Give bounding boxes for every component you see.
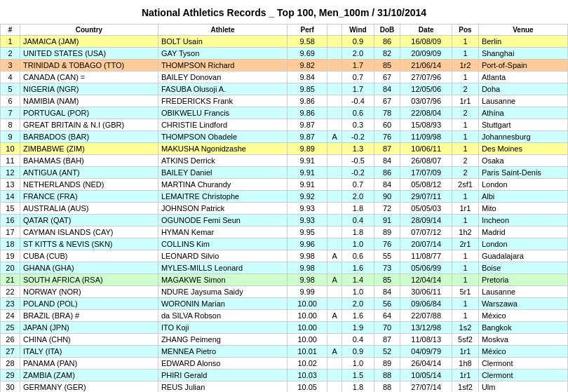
- table-row: 29ZAMBIA (ZAM)PHIRI Gerald10.031.58810/0…: [1, 370, 568, 381]
- table-cell: [327, 370, 342, 381]
- table-cell: BAHAMAS (BAH): [20, 155, 158, 167]
- table-cell: 21/06/14: [400, 60, 452, 72]
- table-cell: 64: [374, 310, 400, 322]
- table-cell: Lausanne: [478, 95, 567, 107]
- table-cell: 20/09/09: [400, 48, 452, 60]
- table-cell: 2.0: [342, 191, 374, 203]
- table-cell: 67: [374, 95, 400, 107]
- table-cell: 1.4: [342, 274, 374, 286]
- table-cell: 9.96: [288, 238, 327, 250]
- table-cell: 86: [374, 167, 400, 179]
- table-cell: 2: [452, 107, 479, 119]
- table-cell: 26: [1, 334, 20, 346]
- table-row: 7PORTUGAL (POR)OBIKWELU Francis9.860.678…: [1, 107, 568, 119]
- table-row: 18ST KITTS & NEVIS (SKN)COLLINS Kim9.961…: [1, 238, 568, 250]
- table-cell: THOMPSON Obadele: [158, 131, 287, 143]
- table-cell: 52: [374, 346, 400, 358]
- table-cell: 1.0: [342, 358, 374, 370]
- table-cell: 9.91: [288, 167, 327, 179]
- table-cell: AUSTRALIA (AUS): [20, 203, 158, 215]
- table-cell: 9.99: [288, 286, 327, 298]
- table-cell: [327, 298, 342, 310]
- table-cell: Athína: [478, 107, 567, 119]
- table-cell: 1.6: [342, 262, 374, 274]
- table-cell: 13: [1, 179, 20, 191]
- table-row: 4CANADA (CAN) =BAILEY Donovan9.840.76727…: [1, 72, 568, 83]
- table-row: 16QATAR (QAT)OGUNODE Femi Seun9.930.4912…: [1, 215, 568, 227]
- table-cell: Stuttgart: [478, 119, 567, 131]
- table-cell: 1s2: [452, 322, 479, 334]
- table-cell: MAKUSHA Ngonidzashe: [158, 143, 287, 155]
- table-cell: LEMAITRE Christophe: [158, 191, 287, 203]
- table-cell: 84: [374, 179, 400, 191]
- table-cell: 87: [374, 334, 400, 346]
- table-cell: 1.5: [342, 370, 374, 381]
- table-cell: 9.93: [288, 203, 327, 215]
- table-cell: 11/08/77: [400, 250, 452, 262]
- table-cell: REUS Julian: [158, 381, 287, 393]
- table-cell: NETHERLANDS (NED): [20, 179, 158, 191]
- table-cell: 82: [374, 48, 400, 60]
- table-cell: PANAMA (PAN): [20, 358, 158, 370]
- table-cell: 90: [374, 191, 400, 203]
- table-cell: 1: [452, 215, 479, 227]
- table-row: 27ITALY (ITA)MENNEA Pietro10.01A0.95204/…: [1, 346, 568, 358]
- table-cell: BOLT Usain: [158, 36, 287, 48]
- table-cell: Warszawa: [478, 298, 567, 310]
- table-cell: 20: [1, 262, 20, 274]
- header-dob: DoB: [374, 25, 400, 36]
- table-cell: Bangkok: [478, 322, 567, 334]
- page-title: National Athletics Records _ Top 100, Me…: [0, 0, 568, 24]
- table-cell: 67: [374, 72, 400, 83]
- table-cell: 9.87: [288, 131, 327, 143]
- table-cell: 1.8: [342, 381, 374, 393]
- table-cell: 1h8: [452, 358, 479, 370]
- table-cell: CAYMAN ISLANDS (CAY): [20, 227, 158, 238]
- table-cell: UNITED STATES (USA): [20, 48, 158, 60]
- table-cell: [327, 203, 342, 215]
- table-cell: 23: [1, 298, 20, 310]
- table-cell: 10.03: [288, 370, 327, 381]
- table-cell: JAPAN (JPN): [20, 322, 158, 334]
- table-cell: 14: [1, 191, 20, 203]
- table-row: 30GERMANY (GER)REUS Julian10.051.88827/0…: [1, 381, 568, 393]
- records-table: # Country Athlete Perf Wind DoB Date Pos…: [0, 24, 568, 392]
- table-cell: 0.7: [342, 179, 374, 191]
- table-cell: WORONIN Marian: [158, 298, 287, 310]
- table-cell: BARBADOS (BAR): [20, 131, 158, 143]
- table-cell: 11: [1, 155, 20, 167]
- table-cell: A: [327, 274, 342, 286]
- table-cell: 1: [452, 36, 479, 48]
- table-cell: GREAT BRITAIN & N.I (GBR): [20, 119, 158, 131]
- table-cell: ATKINS Derrick: [158, 155, 287, 167]
- table-cell: 12/04/14: [400, 274, 452, 286]
- table-cell: 9.87: [288, 119, 327, 131]
- table-cell: 05/08/12: [400, 179, 452, 191]
- header-country: Country: [20, 25, 158, 36]
- table-cell: Shanghai: [478, 48, 567, 60]
- table-cell: GHANA (GHA): [20, 262, 158, 274]
- table-cell: Paris Saint-Denis: [478, 167, 567, 179]
- table-cell: London: [478, 179, 567, 191]
- table-cell: 27: [1, 346, 20, 358]
- table-cell: 10: [1, 143, 20, 155]
- header-athlete: Athlete: [158, 25, 287, 36]
- table-cell: 10.00: [288, 334, 327, 346]
- table-cell: 24: [1, 310, 20, 322]
- table-cell: [327, 381, 342, 393]
- table-cell: 1: [452, 298, 479, 310]
- table-cell: 6: [1, 95, 20, 107]
- table-cell: 1.6: [342, 310, 374, 322]
- table-cell: 72: [374, 203, 400, 215]
- table-cell: [327, 119, 342, 131]
- table-cell: 22/08/04: [400, 107, 452, 119]
- table-cell: COLLINS Kim: [158, 238, 287, 250]
- table-cell: Guadalajara: [478, 250, 567, 262]
- table-cell: Doha: [478, 83, 567, 95]
- table-cell: CANADA (CAN) =: [20, 72, 158, 83]
- table-cell: -0.5: [342, 155, 374, 167]
- header-date: Date: [400, 25, 452, 36]
- table-cell: [327, 358, 342, 370]
- table-cell: 11/09/98: [400, 131, 452, 143]
- table-cell: 9.98: [288, 262, 327, 274]
